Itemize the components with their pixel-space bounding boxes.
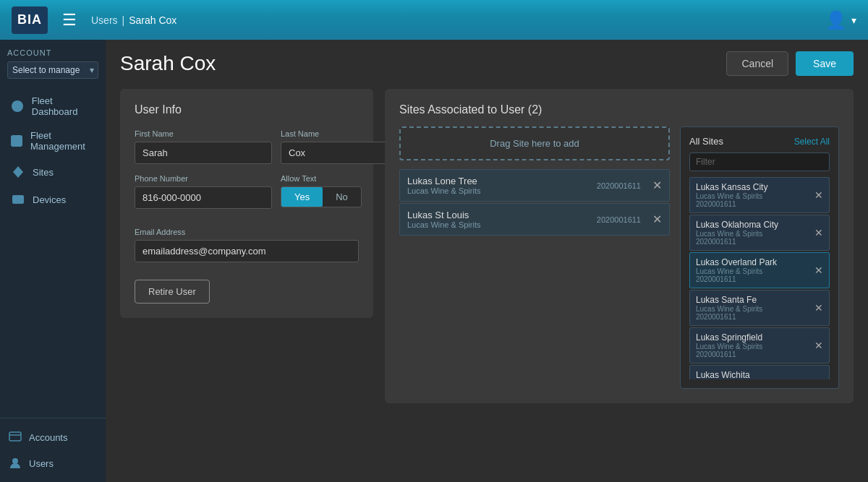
phone-label: Phone Number [135, 174, 272, 183]
user-info-card: User Info First Name Last Name Phone Num… [120, 89, 373, 318]
all-site-sub: Lucas Wine & Spirits [696, 343, 762, 350]
select-all-link[interactable]: Select All [794, 137, 830, 147]
all-site-name: Lukas Santa Fe [696, 295, 762, 305]
toggle-no-button[interactable]: No [323, 187, 361, 207]
sites-left: Drag Site here to add Lukas Lone Tree Lu… [399, 126, 670, 389]
email-group: Email Address [135, 228, 359, 262]
phone-group: Phone Number [135, 174, 272, 218]
all-site-sub: Lucas Wine & Spirits [696, 192, 767, 200]
sidebar-item-devices[interactable]: Devices [0, 186, 106, 213]
sites-inner: Drag Site here to add Lukas Lone Tree Lu… [399, 126, 839, 389]
sidebar-item-sites[interactable]: Sites [0, 158, 106, 186]
body-wrap: ACCOUNT Select to manage Fleet Dashboard… [0, 40, 868, 482]
all-site-left: Lukas Wichita Lucas Wine & Spirits 20200… [696, 370, 762, 379]
all-site-left: Lukas Santa Fe Lucas Wine & Spirits 2020… [696, 295, 762, 321]
all-site-row[interactable]: Lukas Santa Fe Lucas Wine & Spirits 2020… [689, 290, 830, 326]
site-id: 2020001611 [597, 181, 641, 190]
drop-zone[interactable]: Drag Site here to add [399, 126, 670, 160]
svg-point-2 [12, 458, 18, 464]
all-site-name: Lukas Wichita [696, 370, 762, 379]
all-site-left: Lukas Oklahoma City Lucas Wine & Spirits… [696, 220, 778, 246]
sites-card: Sites Associated to User (2) Drag Site h… [385, 89, 854, 403]
account-section: ACCOUNT Select to manage [0, 40, 106, 85]
phone-input[interactable] [135, 186, 272, 209]
account-select[interactable]: Select to manage [7, 61, 98, 79]
breadcrumb-separator: | [122, 14, 125, 26]
sidebar-item-accounts[interactable]: Accounts [0, 424, 106, 450]
site-name: Lukas St Louis [407, 210, 480, 220]
nav-items: Fleet Dashboard Fleet Management Sites D… [0, 85, 106, 418]
all-site-remove-icon[interactable]: ✕ [814, 340, 823, 351]
first-name-input[interactable] [135, 142, 272, 164]
site-row-left: Lukas St Louis Lucas Wine & Spirits [407, 210, 480, 229]
sidebar-item-fleet-dashboard[interactable]: Fleet Dashboard [0, 89, 106, 124]
all-site-id: 2020001611 [696, 350, 762, 358]
sidebar-bottom: Accounts Users [0, 418, 106, 482]
all-site-row[interactable]: Lukas Overland Park Lucas Wine & Spirits… [689, 252, 830, 288]
all-site-sub: Lucas Wine & Spirits [696, 305, 762, 313]
sites-icon [11, 165, 25, 179]
remove-site-icon[interactable]: ✕ [652, 178, 662, 192]
all-site-remove-icon[interactable]: ✕ [814, 377, 823, 379]
sidebar-item-label-users: Users [29, 458, 54, 469]
toggle-yes-button[interactable]: Yes [281, 187, 323, 207]
fleet-dashboard-icon [11, 99, 25, 113]
save-button[interactable]: Save [796, 51, 854, 76]
users-icon [9, 457, 22, 470]
all-site-row[interactable]: Lukas Kansas City Lucas Wine & Spirits 2… [689, 177, 830, 213]
all-sites-panel: All Sites Select All Lukas Kansas City L… [680, 126, 839, 389]
allow-text-label: Allow Text [281, 174, 362, 183]
all-site-sub: Lucas Wine & Spirits [696, 230, 778, 238]
sidebar-item-fleet-management[interactable]: Fleet Management [0, 124, 106, 158]
accounts-icon [9, 431, 22, 444]
all-site-sub: Lucas Wine & Spirits [696, 267, 777, 275]
sites-card-title: Sites Associated to User (2) [399, 103, 839, 116]
retire-user-button[interactable]: Retire User [135, 280, 210, 304]
email-label: Email Address [135, 228, 359, 236]
user-info-card-title: User Info [135, 103, 359, 116]
site-row-right: 2020001611 ✕ [597, 178, 662, 192]
associated-site-row: Lukas Lone Tree Lucas Wine & Spirits 202… [399, 169, 670, 202]
phone-allow-row: Phone Number Allow Text Yes No [135, 174, 359, 218]
allow-text-group: Allow Text Yes No [281, 174, 362, 207]
all-site-left: Lukas Overland Park Lucas Wine & Spirits… [696, 257, 777, 283]
email-input[interactable] [135, 240, 359, 262]
all-site-remove-icon[interactable]: ✕ [814, 264, 823, 276]
all-site-row[interactable]: Lukas Wichita Lucas Wine & Spirits 20200… [689, 365, 830, 379]
first-name-group: First Name [135, 129, 272, 164]
user-avatar-icon[interactable]: 👤 [825, 10, 847, 30]
site-sub: Lucas Wine & Spirits [407, 186, 480, 195]
sidebar: ACCOUNT Select to manage Fleet Dashboard… [0, 40, 106, 482]
sidebar-item-label-accounts: Accounts [29, 432, 67, 443]
all-site-remove-icon[interactable]: ✕ [814, 302, 823, 314]
header-actions: Cancel Save [726, 51, 854, 76]
all-site-id: 2020001611 [696, 275, 777, 283]
breadcrumb-current: Sarah Cox [129, 14, 176, 26]
filter-input[interactable] [689, 152, 830, 171]
all-sites-title: All Sites [689, 136, 723, 147]
all-sites-header: All Sites Select All [689, 136, 830, 147]
sidebar-item-users[interactable]: Users [0, 450, 106, 476]
site-row-right: 2020001611 ✕ [597, 212, 662, 226]
main-content: Sarah Cox Cancel Save User Info First Na… [106, 40, 868, 482]
all-site-left: Lukas Kansas City Lucas Wine & Spirits 2… [696, 182, 767, 208]
all-site-row[interactable]: Lukas Springfield Lucas Wine & Spirits 2… [689, 327, 830, 363]
all-site-remove-icon[interactable]: ✕ [814, 227, 823, 238]
breadcrumb-users[interactable]: Users [91, 14, 118, 26]
site-row-left: Lukas Lone Tree Lucas Wine & Spirits [407, 176, 480, 195]
all-sites-list: Lukas Kansas City Lucas Wine & Spirits 2… [689, 177, 830, 379]
all-site-row[interactable]: Lukas Oklahoma City Lucas Wine & Spirits… [689, 215, 830, 251]
all-site-id: 2020001611 [696, 238, 778, 246]
devices-icon [11, 192, 25, 207]
svg-rect-0 [9, 432, 21, 441]
topbar-right: 👤 ▾ [825, 10, 856, 30]
remove-site-icon[interactable]: ✕ [652, 212, 662, 226]
hamburger-icon[interactable]: ☰ [62, 11, 77, 30]
sidebar-item-label-devices: Devices [33, 194, 66, 205]
site-id: 2020001611 [597, 215, 641, 224]
breadcrumb: Users | Sarah Cox [91, 14, 176, 26]
all-site-remove-icon[interactable]: ✕ [814, 189, 823, 201]
associated-site-row: Lukas St Louis Lucas Wine & Spirits 2020… [399, 203, 670, 236]
cancel-button[interactable]: Cancel [726, 51, 788, 76]
chevron-down-icon[interactable]: ▾ [851, 14, 856, 26]
